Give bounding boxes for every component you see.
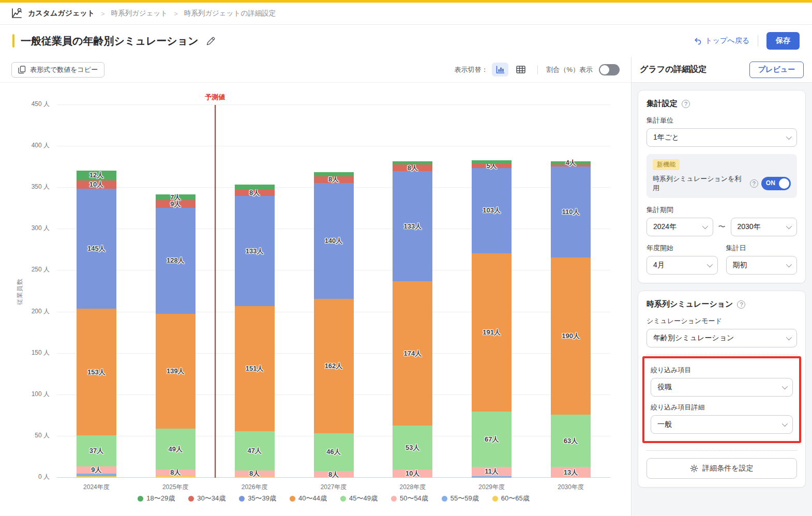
y-tick-label: 350 人 <box>19 183 50 191</box>
bar-segment-label: 13人 <box>546 468 596 477</box>
chevron-down-icon <box>706 262 712 267</box>
legend-label: 45〜49歳 <box>349 494 378 503</box>
legend-dot-icon <box>239 496 245 502</box>
stacked-bar-2030年度: 13人63人190人110人4人 <box>551 161 591 478</box>
fiscal-start-select[interactable]: 4月 <box>646 256 718 275</box>
chevron-down-icon <box>786 335 792 340</box>
back-to-top-link[interactable]: トップへ戻る <box>694 36 749 45</box>
sidebar-title: グラフの詳細設定 <box>640 64 707 75</box>
bar-segment-label: 162人 <box>309 361 359 371</box>
edit-title-button[interactable] <box>206 36 216 46</box>
bar-segment-45〜49歳: 63人 <box>551 415 591 467</box>
bar-segment-label: 103人 <box>467 206 517 215</box>
bar-chart-view-button[interactable] <box>492 63 508 77</box>
bar-segment-30〜34歳 <box>551 164 591 166</box>
simulation-mode-select[interactable]: 年齢別シミュレーション <box>646 329 797 347</box>
dotted-divider <box>646 450 797 451</box>
bar-segment-40〜44歳: 153人 <box>77 309 116 435</box>
legend-item: 18〜29歳 <box>138 494 175 503</box>
legend-item: 60〜65歳 <box>492 494 530 503</box>
y-axis-title: 従業員数 <box>16 278 24 305</box>
aggregation-unit-select[interactable]: 1年ごと <box>646 128 797 147</box>
y-tick-label: 0 人 <box>19 473 50 481</box>
bar-segment-18〜29歳: 4人 <box>551 161 591 164</box>
x-tick-label: 2024年度 <box>57 483 136 492</box>
bar-segment-label: 145人 <box>71 244 122 253</box>
bar-segment-40〜44歳: 190人 <box>551 257 591 415</box>
gridline <box>57 104 610 105</box>
legend-label: 50〜54歳 <box>400 494 428 503</box>
legend-dot-icon <box>340 496 346 502</box>
bar-segment-label: 46人 <box>309 447 359 457</box>
legend-item: 35〜39歳 <box>239 494 276 503</box>
chevron-down-icon <box>782 421 788 427</box>
new-feature-badge: 新機能 <box>653 159 680 170</box>
legend-label: 60〜65歳 <box>501 494 530 503</box>
stacked-bar-2025年度: 8人49人139人128人9人7人 <box>156 194 196 478</box>
legend-label: 18〜29歳 <box>146 494 175 503</box>
advanced-conditions-button[interactable]: 詳細条件を設定 <box>646 458 797 479</box>
help-icon[interactable]: ? <box>737 300 745 309</box>
aggregation-unit-value: 1年ごと <box>653 133 679 142</box>
aggregation-date-select[interactable]: 期初 <box>726 256 798 275</box>
bar-segment-label: 9人 <box>151 200 201 209</box>
preview-button[interactable]: プレビュー <box>749 62 804 78</box>
bar-segment-30〜34歳: 9人 <box>156 200 196 207</box>
breadcrumb-custom-gadget[interactable]: カスタムガジェット <box>28 9 95 18</box>
forecast-label: 予測値 <box>205 93 225 102</box>
copy-as-table-button[interactable]: 表形式で数値をコピー <box>11 62 104 78</box>
bar-segment-18〜29歳: 12人 <box>77 171 116 180</box>
legend-item: 40〜44歳 <box>290 494 327 503</box>
x-tick-label: 2030年度 <box>531 483 610 492</box>
bar-segment-label: 67人 <box>467 435 517 444</box>
bar-segment-label: 10人 <box>387 469 438 478</box>
highlight-annotation-box: 絞り込み項目 役職 絞り込み項目詳細 一般 <box>642 356 801 443</box>
bar-segment-label: 37人 <box>71 446 122 456</box>
filter-detail-select[interactable]: 一般 <box>651 415 793 434</box>
percent-display-toggle[interactable] <box>599 64 620 75</box>
breadcrumb-timeseries-gadget[interactable]: 時系列ガジェット <box>111 9 168 18</box>
bar-segment-30〜34歳: 8人 <box>314 176 354 183</box>
filter-detail-value: 一般 <box>657 420 672 429</box>
bar-segment-60〜65歳 <box>156 476 196 478</box>
advanced-conditions-label: 詳細条件を設定 <box>702 464 753 473</box>
filter-select[interactable]: 役職 <box>651 378 793 397</box>
legend-dot-icon <box>188 496 194 502</box>
breadcrumb-bar: カスタムガジェット > 時系列ガジェット > 時系列ガジェットの詳細設定 <box>0 3 812 25</box>
help-icon[interactable]: ? <box>750 179 758 188</box>
percent-toggle-label: 割合（%）表示 <box>546 65 593 74</box>
period-to-select[interactable]: 2030年 <box>731 218 798 236</box>
unit-label: 集計単位 <box>646 116 797 125</box>
filter-value: 役職 <box>657 383 672 392</box>
bar-segment-label: 139人 <box>151 367 201 376</box>
x-tick-label: 2025年度 <box>136 483 215 492</box>
bar-segment-label: 191人 <box>467 328 517 337</box>
legend-item: 50〜54歳 <box>391 494 428 503</box>
bar-segment-label: 10人 <box>71 180 122 189</box>
bar-segment-label: 133人 <box>230 247 280 256</box>
bar-segment-45〜49歳: 47人 <box>235 431 275 470</box>
help-icon[interactable]: ? <box>682 100 690 108</box>
legend-item: 45〜49歳 <box>340 494 378 503</box>
save-button[interactable]: 保存 <box>766 32 800 50</box>
table-view-button[interactable] <box>513 63 529 77</box>
bar-segment-30〜34歳: 5人 <box>472 164 512 168</box>
bar-segment-40〜44歳: 174人 <box>393 281 432 426</box>
bar-segment-40〜44歳: 139人 <box>156 314 196 429</box>
bar-segment-40〜44歳: 151人 <box>235 306 275 431</box>
gridline <box>57 146 610 146</box>
bar-segment-label: 8人 <box>230 188 280 198</box>
bar-segment-50〜54歳: 8人 <box>235 471 275 477</box>
y-tick-label: 50 人 <box>19 431 50 440</box>
bar-segment-label: 174人 <box>387 349 438 358</box>
bar-segment-45〜49歳: 49人 <box>156 429 196 469</box>
bar-segment-label: 151人 <box>230 364 280 373</box>
bar-segment-50〜54歳: 13人 <box>551 467 591 478</box>
simulation-on-toggle[interactable]: ON <box>761 177 791 190</box>
legend-dot-icon <box>290 496 295 502</box>
period-from-select[interactable]: 2024年 <box>646 218 713 236</box>
legend-dot-icon <box>492 496 498 502</box>
bar-segment-50〜54歳: 8人 <box>156 469 196 476</box>
simulation-toggle-label: 時系列シミュレーションを利用 <box>653 174 747 193</box>
forecast-boundary-line <box>215 105 216 478</box>
